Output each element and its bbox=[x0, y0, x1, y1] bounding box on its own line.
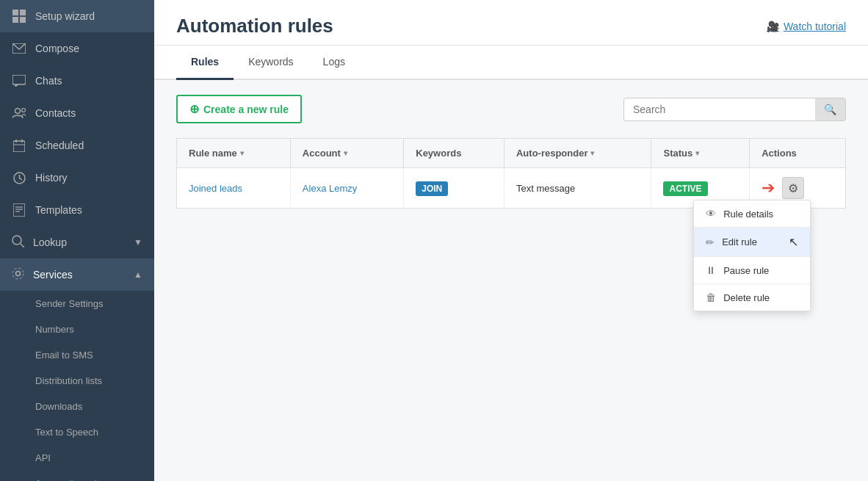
templates-icon bbox=[12, 203, 26, 217]
col-header-account[interactable]: Account ▾ bbox=[290, 139, 403, 168]
sidebar-item-services[interactable]: Services ▲ bbox=[0, 258, 154, 291]
svg-point-7 bbox=[22, 109, 26, 112]
sidebar-label-lookup: Lookup bbox=[33, 236, 67, 248]
cell-actions: ➔ ⚙ 👁 Rule details bbox=[750, 168, 846, 209]
svg-line-18 bbox=[21, 244, 24, 247]
watch-tutorial-label: Watch tutorial bbox=[784, 21, 846, 32]
sidebar-label-services: Services bbox=[33, 269, 73, 281]
sidebar-item-lookup[interactable]: Lookup ▼ bbox=[0, 226, 154, 258]
svg-rect-5 bbox=[12, 75, 26, 84]
search-input[interactable] bbox=[624, 98, 815, 120]
svg-rect-13 bbox=[13, 203, 25, 217]
dropdown-delete-rule[interactable]: 🗑 Delete rule bbox=[694, 284, 810, 311]
lookup-chevron-icon: ▼ bbox=[134, 237, 142, 247]
tab-keywords[interactable]: Keywords bbox=[234, 46, 308, 80]
sidebar-item-setup-wizard[interactable]: Setup wizard bbox=[0, 0, 154, 32]
col-header-status[interactable]: Status ▾ bbox=[651, 139, 750, 168]
contacts-icon bbox=[12, 106, 26, 120]
cell-rule-name: Joined leads bbox=[177, 168, 291, 209]
gear-button[interactable]: ⚙ 👁 Rule details ✏ bbox=[782, 177, 804, 199]
sidebar-label-setup-wizard: Setup wizard bbox=[35, 10, 95, 22]
sidebar-label-scheduled: Scheduled bbox=[35, 140, 84, 151]
sidebar-label-compose: Compose bbox=[35, 43, 79, 54]
svg-point-20 bbox=[12, 268, 23, 279]
sidebar-sub-automation-rules[interactable]: Automation rules bbox=[0, 471, 154, 481]
col-header-auto-responder[interactable]: Auto-responder ▾ bbox=[504, 139, 651, 168]
tab-rules[interactable]: Rules bbox=[176, 46, 234, 80]
lookup-icon bbox=[12, 235, 24, 250]
svg-rect-1 bbox=[20, 10, 26, 15]
rule-name-link[interactable]: Joined leads bbox=[189, 183, 242, 194]
search-box: 🔍 bbox=[623, 98, 846, 121]
cell-keywords: JOIN bbox=[404, 168, 504, 209]
cell-account: Alexa Lemzy bbox=[290, 168, 403, 209]
dropdown-rule-details[interactable]: 👁 Rule details bbox=[694, 200, 810, 227]
svg-rect-3 bbox=[20, 17, 26, 23]
svg-point-6 bbox=[15, 109, 21, 114]
sidebar-item-chats[interactable]: Chats bbox=[0, 65, 154, 97]
watch-tutorial-link[interactable]: 🎥 Watch tutorial bbox=[767, 21, 846, 32]
account-link[interactable]: Alexa Lemzy bbox=[303, 183, 357, 194]
plus-icon: ⊕ bbox=[189, 102, 199, 116]
col-header-rule-name[interactable]: Rule name ▾ bbox=[177, 139, 291, 168]
rules-table: Rule name ▾ Account ▾ Keywords bbox=[176, 138, 846, 209]
pause-icon: ⏸ bbox=[706, 264, 716, 276]
page-header: Automation rules 🎥 Watch tutorial bbox=[154, 0, 868, 46]
sidebar-item-history[interactable]: History bbox=[0, 162, 154, 194]
chats-icon bbox=[12, 73, 26, 88]
sidebar-sub-email-to-sms[interactable]: Email to SMS bbox=[0, 342, 154, 368]
sort-icon-auto-responder: ▾ bbox=[590, 149, 594, 157]
cursor-pointer-icon: ↖ bbox=[789, 235, 798, 249]
sidebar-item-templates[interactable]: Templates bbox=[0, 194, 154, 226]
sidebar-sub-text-to-speech[interactable]: Text to Speech bbox=[0, 419, 154, 445]
sidebar-label-chats: Chats bbox=[35, 75, 62, 87]
search-button[interactable]: 🔍 bbox=[815, 98, 845, 120]
setup-wizard-icon bbox=[12, 9, 26, 23]
toolbar: ⊕ Create a new rule 🔍 bbox=[176, 95, 846, 123]
tabs-bar: Rules Keywords Logs bbox=[154, 46, 868, 80]
sidebar-item-scheduled[interactable]: Scheduled bbox=[0, 129, 154, 162]
sidebar-sub-api[interactable]: API bbox=[0, 445, 154, 471]
sidebar-item-contacts[interactable]: Contacts bbox=[0, 97, 154, 129]
table-row: Joined leads Alexa Lemzy JOIN Text messa… bbox=[177, 168, 846, 209]
tab-logs[interactable]: Logs bbox=[308, 46, 360, 80]
arrow-right-icon: ➔ bbox=[762, 178, 775, 198]
svg-rect-0 bbox=[12, 10, 18, 15]
compose-icon bbox=[12, 41, 26, 56]
services-chevron-icon: ▲ bbox=[134, 270, 142, 280]
svg-point-19 bbox=[16, 272, 21, 276]
sidebar-label-history: History bbox=[35, 172, 68, 184]
search-icon: 🔍 bbox=[824, 104, 836, 115]
history-icon bbox=[12, 170, 26, 185]
page-title: Automation rules bbox=[176, 15, 333, 37]
dropdown-edit-rule[interactable]: ✏ Edit rule ↖ bbox=[694, 228, 810, 256]
actions-container: ➔ ⚙ 👁 Rule details bbox=[762, 177, 833, 199]
sort-icon-account: ▾ bbox=[344, 149, 347, 157]
scheduled-icon bbox=[12, 138, 26, 153]
trash-icon: 🗑 bbox=[706, 292, 716, 303]
sidebar-sub-distribution-lists[interactable]: Distribution lists bbox=[0, 368, 154, 394]
sidebar-sub-sender-settings[interactable]: Sender Settings bbox=[0, 291, 154, 317]
content-area: ⊕ Create a new rule 🔍 Rule name ▾ bbox=[154, 80, 868, 481]
keyword-badge: JOIN bbox=[416, 181, 448, 196]
sidebar-sub-numbers[interactable]: Numbers bbox=[0, 317, 154, 342]
sidebar: Setup wizard Compose Chats Contacts Sche… bbox=[0, 0, 154, 481]
sort-icon-status: ▾ bbox=[695, 149, 699, 157]
cell-auto-responder: Text message bbox=[504, 168, 651, 209]
status-badge: ACTIVE bbox=[663, 181, 707, 196]
services-icon bbox=[12, 267, 24, 282]
sidebar-item-compose[interactable]: Compose bbox=[0, 32, 154, 65]
actions-dropdown: 👁 Rule details ✏ Edit rule ↖ bbox=[693, 200, 811, 311]
sidebar-sub-downloads[interactable]: Downloads bbox=[0, 394, 154, 419]
main-content: Automation rules 🎥 Watch tutorial Rules … bbox=[154, 0, 868, 481]
pencil-icon: ✏ bbox=[706, 236, 715, 248]
create-new-rule-button[interactable]: ⊕ Create a new rule bbox=[176, 95, 302, 123]
create-button-label: Create a new rule bbox=[203, 104, 289, 115]
eye-icon: 👁 bbox=[706, 208, 716, 220]
sort-icon-rule-name: ▾ bbox=[240, 149, 244, 157]
col-header-actions: Actions bbox=[750, 139, 846, 168]
col-header-keywords: Keywords bbox=[404, 139, 504, 168]
sidebar-label-contacts: Contacts bbox=[35, 107, 76, 119]
video-camera-icon: 🎥 bbox=[767, 21, 779, 32]
dropdown-pause-rule[interactable]: ⏸ Pause rule bbox=[694, 257, 810, 283]
